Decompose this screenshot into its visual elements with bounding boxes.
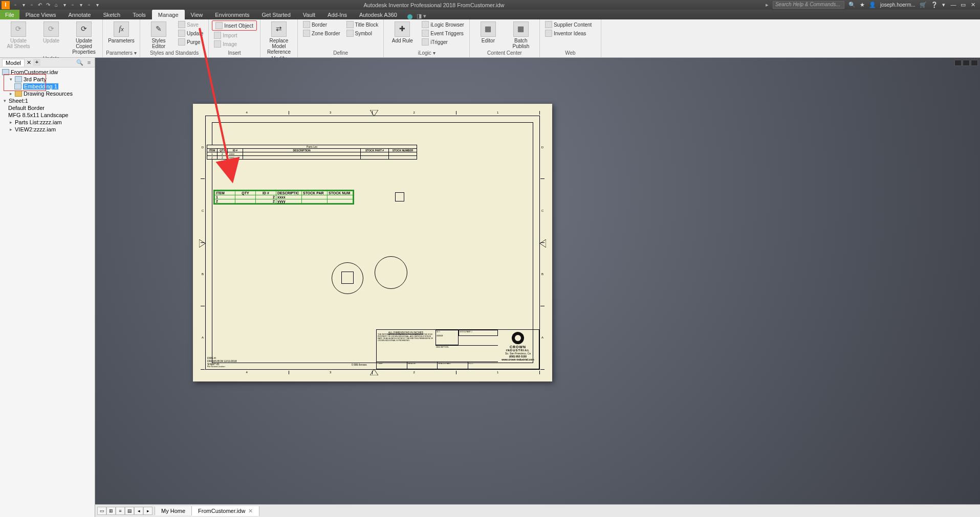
qat-select-icon[interactable]: ▫	[69, 2, 76, 9]
orbit-icon[interactable]	[968, 120, 978, 130]
minimize-button[interactable]: —	[949, 2, 957, 8]
insert-object-button[interactable]: Insert Object	[212, 20, 257, 31]
event-triggers-button[interactable]: Event Triggers	[420, 29, 466, 37]
tab-sketch[interactable]: Sketch	[97, 10, 127, 19]
browser-tab-model[interactable]: Model	[2, 59, 25, 66]
cc-editor-button[interactable]: ▦Editor	[473, 20, 504, 44]
zone-border-button[interactable]: Zone Border	[301, 29, 342, 37]
help-dropdown-icon[interactable]: ▾	[942, 2, 945, 8]
replace-model-ref-button[interactable]: ⇄Replace Model Reference	[264, 20, 294, 56]
expander-icon[interactable]: ▸	[8, 127, 13, 132]
qat-redo-icon[interactable]: ↷	[45, 2, 52, 9]
view-list-icon[interactable]: ≡	[116, 507, 125, 515]
zoom-icon[interactable]	[968, 108, 978, 119]
inventor-ideas-button[interactable]: Inventor Ideas	[543, 29, 594, 37]
qat-save-icon[interactable]: ▫	[28, 2, 35, 9]
tab-my-home[interactable]: My Home	[155, 506, 192, 515]
search-arrow-icon[interactable]: ▸	[766, 2, 769, 8]
browser-menu-icon[interactable]: ≡	[85, 59, 93, 66]
browser-tab-add-icon[interactable]: +	[33, 59, 40, 66]
update-copied-props-button[interactable]: ⟳Update Copied Properties	[69, 20, 99, 56]
tree-mfg[interactable]: MFG 8.5x11 Landscape	[0, 111, 95, 119]
close-button[interactable]: ✕	[969, 2, 977, 8]
tab-get-started[interactable]: Get Started	[256, 10, 297, 19]
tab-place-views[interactable]: Place Views	[19, 10, 62, 19]
tab-close-icon[interactable]: ✕	[248, 508, 253, 514]
parameters-button[interactable]: fxParameters	[106, 20, 137, 44]
tab-document[interactable]: FromCustomer.idw✕	[192, 506, 259, 516]
add-rule-button[interactable]: ✚Add Rule	[387, 20, 418, 44]
embed-row[interactable]: 12xxxx	[215, 195, 353, 199]
tab-annotate[interactable]: Annotate	[62, 10, 97, 19]
styles-update-button[interactable]: Update	[176, 29, 205, 37]
qat-open-icon[interactable]: ▾	[20, 2, 27, 9]
expander-icon[interactable]: ▸	[8, 91, 13, 96]
viewport-close-icon[interactable]	[971, 60, 978, 66]
border-button[interactable]: Border	[301, 20, 342, 29]
qat-dropdown-icon[interactable]: ▾	[61, 2, 68, 9]
tree-3rdparty[interactable]: ▾3rd Party	[0, 76, 95, 83]
embed-row[interactable]: 22yyyy	[215, 199, 353, 204]
maximize-button[interactable]: ▭	[959, 2, 967, 8]
view-circle-big[interactable]	[375, 256, 407, 289]
title-block[interactable]: CROWN INDUSTRIAL So. San Francisco, Ca (…	[376, 329, 539, 369]
pan-icon[interactable]	[968, 97, 978, 107]
tab-view[interactable]: View	[185, 10, 209, 19]
help-icon[interactable]: ❔	[931, 2, 938, 8]
update-all-sheets-button[interactable]: ⟳Update All Sheets	[3, 20, 34, 50]
tab-vault[interactable]: Vault	[297, 10, 321, 19]
insert-image-button[interactable]: Image	[212, 40, 257, 48]
itrigger-button[interactable]: iTrigger	[420, 38, 466, 46]
tree-view2[interactable]: ▸VIEW2:zzzz.iam	[0, 126, 95, 133]
expander-icon[interactable]: ▾	[2, 98, 7, 103]
batch-publish-button[interactable]: ▦Batch Publish	[506, 20, 536, 50]
qat-home-icon[interactable]: ⌂	[53, 2, 60, 9]
tree-border[interactable]: Default Border	[0, 104, 95, 111]
search-go-icon[interactable]: 🔍	[848, 2, 856, 8]
qat-more2-icon[interactable]: ▫	[85, 2, 93, 9]
viewcube-icon[interactable]	[968, 73, 978, 83]
tab-environments[interactable]: Environments	[209, 10, 255, 19]
import-button[interactable]: Import	[212, 31, 257, 39]
embedded-object[interactable]: ITEM QTY ID # DESCRIPTIC STOCK PAR STOCK…	[213, 190, 354, 205]
user-name[interactable]: joseph.hoerm...	[880, 2, 916, 8]
browser-search-icon[interactable]: 🔍	[76, 59, 83, 66]
view-tiles-icon[interactable]: ▤	[125, 507, 134, 515]
tab-overflow-icon[interactable]: ◨ ▾	[417, 13, 426, 19]
expander-icon[interactable]: ▾	[8, 77, 13, 82]
view-rect-small[interactable]	[395, 192, 404, 201]
tab-a360[interactable]: Autodesk A360	[353, 10, 403, 19]
qat-new-icon[interactable]: ▫	[12, 2, 19, 9]
update-button[interactable]: ⟳Update	[36, 20, 67, 44]
parts-list-table[interactable]: Parts List ITEM QTY ID # DESCRIPTION STO…	[207, 145, 417, 160]
view-nav-left-icon[interactable]: ◂	[134, 507, 143, 515]
signin-icon[interactable]: 👤	[869, 2, 876, 8]
viewport-min-icon[interactable]	[954, 60, 962, 66]
ilogic-browser-button[interactable]: iLogic Browser	[420, 20, 466, 29]
qat-undo-icon[interactable]: ↶	[36, 2, 43, 9]
styles-save-button[interactable]: Save	[176, 20, 205, 29]
view-nav-right-icon[interactable]: ▸	[143, 507, 153, 515]
title-block-button[interactable]: Title Block	[344, 20, 381, 29]
tab-manage[interactable]: Manage	[152, 10, 185, 19]
search-input[interactable]: Search Help & Commands...	[773, 1, 844, 9]
tab-tools[interactable]: Tools	[126, 10, 152, 19]
view-single-icon[interactable]: ▭	[97, 507, 106, 515]
view-square-inner[interactable]	[341, 272, 354, 284]
lookat-icon[interactable]	[968, 132, 978, 142]
tab-addins[interactable]: Add-Ins	[321, 10, 353, 19]
nav-wheel-icon[interactable]	[968, 85, 978, 95]
qat-more1-icon[interactable]: ▾	[77, 2, 84, 9]
table-row[interactable]: 22yyyy	[207, 156, 417, 160]
tree-embedding[interactable]: Embedding 1	[0, 83, 95, 90]
styles-editor-button[interactable]: ✎Styles Editor	[143, 20, 174, 50]
view-grid-icon[interactable]: ⊞	[106, 507, 116, 515]
symbol-button[interactable]: Symbol	[344, 29, 381, 37]
tree-drawing-resources[interactable]: ▸Drawing Resources	[0, 90, 95, 97]
table-row[interactable]: 12xxxx	[207, 152, 417, 156]
tree-root[interactable]: FromCustomer.idw	[0, 69, 95, 76]
drawing-canvas[interactable]: 4321 4321 DCBA DCBA Parts List ITEM QTY …	[95, 58, 980, 504]
qat-more3-icon[interactable]: ▾	[94, 2, 101, 9]
viewport-max-icon[interactable]	[963, 60, 970, 66]
supplier-content-button[interactable]: Supplier Content	[543, 20, 594, 29]
